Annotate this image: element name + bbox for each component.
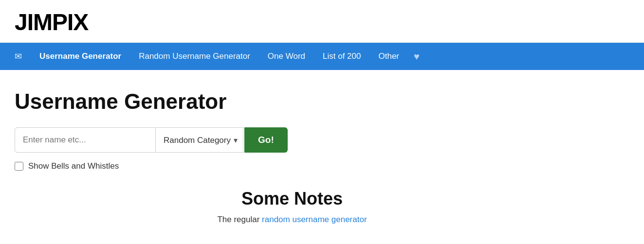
category-select-wrapper: Random Category Animals Colors Fantasy N… [156, 127, 243, 153]
category-select[interactable]: Random Category Animals Colors Fantasy N… [156, 127, 243, 153]
main-content: Username Generator Random Category Anima… [0, 70, 584, 239]
bells-whistles-label[interactable]: Show Bells and Whistles [28, 161, 119, 171]
nav-item-random-username-generator[interactable]: Random Username Generator [130, 44, 259, 69]
site-logo[interactable]: JIMPIX [15, 9, 629, 35]
page-title: Username Generator [15, 89, 570, 114]
navbar: ✉ Username Generator Random Username Gen… [0, 43, 644, 70]
notes-intro-text: The regular [217, 215, 262, 224]
nav-item-other[interactable]: Other [369, 44, 408, 69]
checkbox-row: Show Bells and Whistles [15, 161, 570, 171]
notes-text: The regular random username generator [15, 215, 570, 225]
email-icon[interactable]: ✉ [15, 51, 22, 62]
heart-icon[interactable]: ♥ [408, 43, 425, 70]
nav-item-list-of-200[interactable]: List of 200 [314, 44, 369, 69]
bells-whistles-checkbox[interactable] [15, 162, 23, 171]
notes-title: Some Notes [15, 189, 570, 209]
site-header: JIMPIX [0, 0, 644, 43]
notes-section: Some Notes The regular random username g… [15, 189, 570, 225]
nav-item-one-word[interactable]: One Word [259, 44, 314, 69]
go-button[interactable]: Go! [244, 127, 288, 153]
notes-link[interactable]: random username generator [262, 215, 367, 224]
name-input[interactable] [15, 127, 156, 153]
nav-item-username-generator[interactable]: Username Generator [31, 44, 130, 69]
generator-form: Random Category Animals Colors Fantasy N… [15, 127, 570, 153]
